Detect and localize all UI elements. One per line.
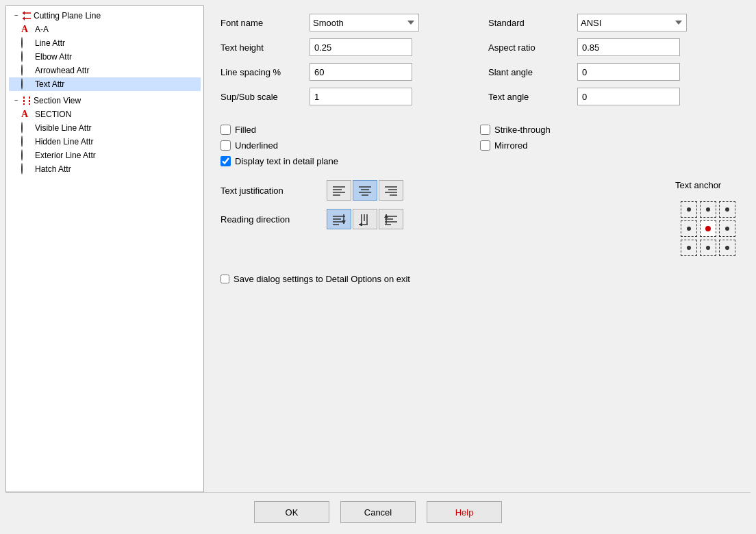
cutting-plane-label: Cutting Plane Line xyxy=(34,11,101,21)
letter-a-section-icon: A xyxy=(21,109,32,120)
standard-row: Standard ANSI xyxy=(488,14,740,31)
ok-button[interactable]: OK xyxy=(254,501,329,523)
justify-left-icon xyxy=(331,183,347,197)
anchor-dot-1-1[interactable] xyxy=(700,220,716,237)
text-height-input[interactable] xyxy=(310,38,412,56)
tree-item-aa[interactable]: A A-A xyxy=(9,23,201,36)
tree-item-arrowhead-attr-label: Arrowhead Attr xyxy=(35,66,89,75)
aspect-ratio-label: Aspect ratio xyxy=(488,42,577,53)
slant-angle-row: Slant angle xyxy=(488,63,740,81)
display-text-label[interactable]: Display text in detail plane xyxy=(235,156,338,166)
text-justification-label: Text justification xyxy=(220,186,320,196)
tree-item-visible-line[interactable]: Visible Line Attr xyxy=(9,121,201,135)
cancel-button[interactable]: Cancel xyxy=(340,501,416,523)
anchor-dot-2-1[interactable] xyxy=(700,240,716,256)
underlined-row: Underlined xyxy=(220,140,480,151)
anchor-dot-2-0[interactable] xyxy=(681,240,697,256)
tree-item-text-attr[interactable]: Text Attr xyxy=(9,77,201,91)
slant-angle-input[interactable] xyxy=(577,63,680,81)
save-settings-row: Save dialog settings to Detail Options o… xyxy=(220,274,740,284)
strike-through-label[interactable]: Strike-through xyxy=(494,125,551,135)
form-grid: Font name Smooth Text height Line spacin… xyxy=(220,14,740,112)
tree-item-hidden-line[interactable]: Hidden Line Attr xyxy=(9,135,201,149)
reading-dir-vertical-btn[interactable] xyxy=(353,209,377,229)
help-button[interactable]: Help xyxy=(427,501,502,523)
anchor-dot-1-0[interactable] xyxy=(681,220,697,237)
tree-expander-cutting[interactable]: − xyxy=(12,11,21,21)
tree-item-hidden-line-label: Hidden Line Attr xyxy=(35,137,93,147)
sup-sub-input[interactable] xyxy=(310,88,412,105)
filled-label[interactable]: Filled xyxy=(235,125,256,135)
tree-expander-section[interactable]: − xyxy=(12,96,21,105)
controls-left: Text justification xyxy=(220,180,655,229)
tree-root-section-view[interactable]: − Section View xyxy=(9,94,201,107)
save-settings-label[interactable]: Save dialog settings to Detail Options o… xyxy=(234,274,410,284)
filled-row: Filled xyxy=(220,125,480,135)
font-name-select[interactable]: Smooth xyxy=(310,14,419,31)
tree-item-section-label: SECTION xyxy=(35,110,71,119)
font-name-label: Font name xyxy=(220,18,310,28)
tree-item-hatch-attr[interactable]: Hatch Attr xyxy=(9,162,201,176)
display-text-checkbox[interactable] xyxy=(220,156,231,166)
text-angle-row: Text angle xyxy=(488,88,740,105)
standard-label: Standard xyxy=(488,18,577,28)
text-justification-row: Text justification xyxy=(220,180,655,201)
mirrored-label[interactable]: Mirrored xyxy=(494,140,527,151)
tree-item-hatch-attr-label: Hatch Attr xyxy=(35,164,71,174)
anchor-grid xyxy=(675,196,740,260)
checkboxes-right: Strike-through Mirrored xyxy=(480,125,740,166)
mirrored-row: Mirrored xyxy=(480,140,740,151)
text-anchor-container: Text anchor xyxy=(675,180,740,260)
justify-right-btn[interactable] xyxy=(379,180,403,201)
tree-root-cutting-plane[interactable]: − Cutting Plane Line xyxy=(9,9,201,23)
line-spacing-label: Line spacing % xyxy=(220,67,310,77)
sphere-icon-visible xyxy=(21,123,32,134)
dialog-body: − Cutting Plane Line A A-A xyxy=(5,5,751,492)
tree-item-elbow-attr[interactable]: Elbow Attr xyxy=(9,50,201,64)
sphere-icon-arrowhead xyxy=(21,65,32,76)
form-left-col: Font name Smooth Text height Line spacin… xyxy=(220,14,472,112)
sup-sub-row: Sup/Sub scale xyxy=(220,88,472,105)
anchor-dot-1-2[interactable] xyxy=(719,220,735,237)
sphere-icon-text xyxy=(21,79,32,90)
reading-dir-horizontal-btn[interactable] xyxy=(327,209,351,229)
standard-select[interactable]: ANSI xyxy=(577,14,687,31)
tree-item-aa-label: A-A xyxy=(35,25,49,34)
tree-item-elbow-attr-label: Elbow Attr xyxy=(35,52,72,62)
text-anchor-label: Text anchor xyxy=(675,180,721,190)
mirrored-checkbox[interactable] xyxy=(480,140,490,151)
underlined-checkbox[interactable] xyxy=(220,140,231,151)
tree-item-exterior-line[interactable]: Exterior Line Attr xyxy=(9,149,201,162)
strike-through-checkbox[interactable] xyxy=(480,125,490,135)
sphere-icon-line xyxy=(21,38,32,49)
tree-item-section[interactable]: A SECTION xyxy=(9,107,201,121)
text-angle-input[interactable] xyxy=(577,88,680,105)
tree-item-line-attr[interactable]: Line Attr xyxy=(9,36,201,50)
checkboxes-section: Filled Underlined Display text in detail… xyxy=(220,125,740,166)
aspect-ratio-row: Aspect ratio xyxy=(488,38,740,56)
anchor-dot-0-0[interactable] xyxy=(681,201,697,218)
sphere-icon-exterior xyxy=(21,150,32,161)
reading-horizontal-icon xyxy=(331,212,347,226)
right-panel: Font name Smooth Text height Line spacin… xyxy=(210,5,751,492)
reading-direction-label: Reading direction xyxy=(220,214,320,225)
anchor-dot-0-2[interactable] xyxy=(719,201,735,218)
justify-center-btn[interactable] xyxy=(353,180,377,201)
anchor-dot-2-2[interactable] xyxy=(719,240,735,256)
reading-vertical-icon xyxy=(357,212,373,226)
filled-checkbox[interactable] xyxy=(220,125,231,135)
text-height-row: Text height xyxy=(220,38,472,56)
text-height-label: Text height xyxy=(220,42,310,53)
reading-dir-reverse-btn[interactable] xyxy=(379,209,403,229)
display-text-row: Display text in detail plane xyxy=(220,156,480,166)
save-settings-checkbox[interactable] xyxy=(220,275,229,283)
justify-left-btn[interactable] xyxy=(327,180,351,201)
sphere-icon-hidden xyxy=(21,136,32,147)
anchor-dot-0-1[interactable] xyxy=(700,201,716,218)
font-name-row: Font name Smooth xyxy=(220,14,472,31)
aspect-ratio-input[interactable] xyxy=(577,38,680,56)
tree-item-arrowhead-attr[interactable]: Arrowhead Attr xyxy=(9,64,201,77)
underlined-label[interactable]: Underlined xyxy=(235,140,278,151)
line-spacing-input[interactable] xyxy=(310,63,412,81)
tree-item-text-attr-label: Text Attr xyxy=(35,79,64,89)
